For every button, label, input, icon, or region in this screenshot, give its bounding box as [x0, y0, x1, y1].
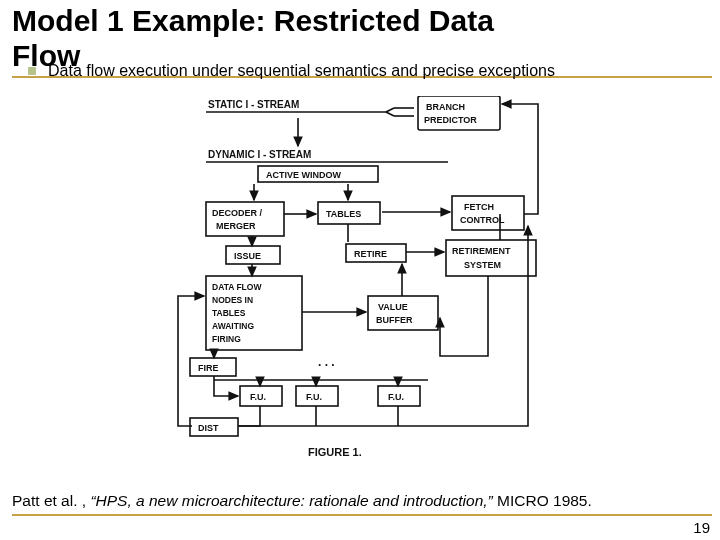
label-predictor: PREDICTOR [424, 115, 477, 125]
citation-prefix: Patt et al. , [12, 492, 90, 509]
label-retirement: RETIREMENT [452, 246, 511, 256]
title-line1: Model 1 Example: Restricted Data [12, 4, 494, 37]
svg-line-2 [386, 112, 394, 116]
bullet-icon [28, 67, 36, 75]
label-fu2: F.U. [306, 392, 322, 402]
citation-suffix: MICRO 1985. [493, 492, 592, 509]
label-dots: . . . [318, 355, 335, 369]
label-df4: AWAITING [212, 321, 254, 331]
bullet-text: Data flow execution under sequential sem… [48, 62, 555, 80]
label-retire: RETIRE [354, 249, 387, 259]
label-value: VALUE [378, 302, 408, 312]
architecture-diagram: STATIC I - STREAM BRANCH PREDICTOR DYNAM… [168, 96, 548, 466]
label-fire: FIRE [198, 363, 219, 373]
label-merger: MERGER [216, 221, 256, 231]
label-fu3: F.U. [388, 392, 404, 402]
label-branch: BRANCH [426, 102, 465, 112]
citation-title: “HPS, a new microarchitecture: rationale… [90, 492, 492, 509]
label-issue: ISSUE [234, 251, 261, 261]
citation: Patt et al. , “HPS, a new microarchitect… [12, 492, 712, 510]
label-tables: TABLES [326, 209, 361, 219]
label-df5: FIRING [212, 334, 241, 344]
label-dist: DIST [198, 423, 219, 433]
svg-line-1 [386, 108, 394, 112]
figure-caption: FIGURE 1. [308, 446, 362, 458]
label-fu1: F.U. [250, 392, 266, 402]
label-active-window: ACTIVE WINDOW [266, 170, 341, 180]
label-static-istream: STATIC I - STREAM [208, 99, 299, 110]
label-fetch: FETCH [464, 202, 494, 212]
label-df2: NODES IN [212, 295, 253, 305]
label-df1: DATA FLOW [212, 282, 262, 292]
citation-underline [12, 514, 712, 516]
label-df3: TABLES [212, 308, 246, 318]
page-number: 19 [693, 519, 710, 536]
bullet-row: Data flow execution under sequential sem… [28, 62, 555, 80]
label-system: SYSTEM [464, 260, 501, 270]
label-dynamic-istream: DYNAMIC I - STREAM [208, 149, 311, 160]
label-decoder: DECODER / [212, 208, 263, 218]
label-buffer: BUFFER [376, 315, 413, 325]
label-control: CONTROL [460, 215, 505, 225]
